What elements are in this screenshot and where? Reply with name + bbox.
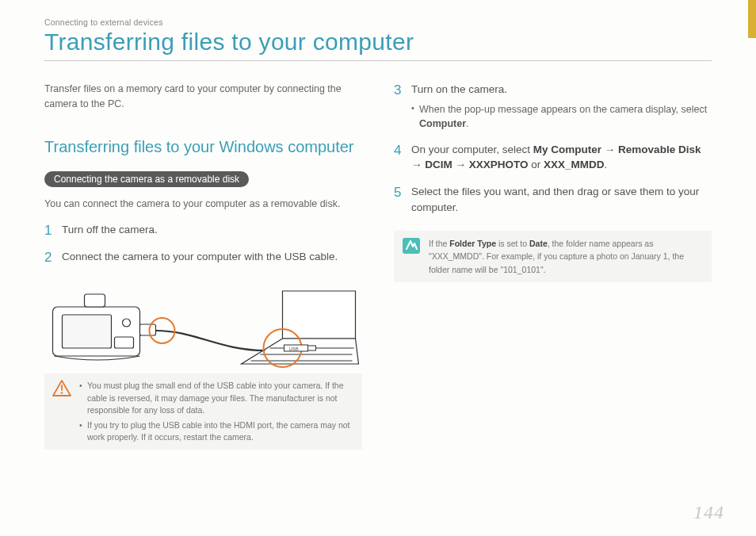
t: or (529, 159, 544, 170)
subsection-pill: Connecting the camera as a removable dis… (44, 171, 249, 187)
step-number: 4 (394, 141, 401, 161)
svg-point-3 (123, 319, 131, 327)
step-number: 1 (44, 221, 52, 241)
section-heading: Transferring files to your Windows compu… (44, 137, 362, 157)
right-column: 3 Turn on the camera. When the pop-up me… (394, 82, 712, 450)
svg-rect-2 (85, 294, 105, 307)
warning-icon (52, 380, 71, 397)
t: → (411, 159, 425, 170)
warning-item: You must plug the small end of the USB c… (79, 380, 354, 416)
t: → (452, 159, 469, 170)
warning-list: You must plug the small end of the USB c… (79, 380, 354, 443)
svg-rect-16 (403, 238, 420, 254)
step-text: Turn on the camera. (411, 83, 507, 95)
content-columns: Transfer files on a memory card to your … (44, 82, 712, 450)
t: . (605, 159, 608, 170)
b: Folder Type (449, 239, 496, 248)
section-tab (748, 0, 756, 38)
page-number: 144 (693, 502, 724, 523)
steps-left: 1 Turn off the camera. 2 Connect the cam… (44, 222, 362, 264)
svg-rect-13 (308, 346, 316, 350)
b: XXXPHOTO (469, 159, 529, 170)
svg-rect-1 (63, 315, 112, 348)
manual-page: Connecting to external devices Transferr… (0, 0, 756, 465)
step-number: 5 (394, 183, 401, 203)
warning-item: If you try to plug the USB cable into th… (79, 419, 354, 443)
steps-right: 3 Turn on the camera. When the pop-up me… (394, 82, 712, 215)
left-column: Transfer files on a memory card to your … (44, 82, 362, 450)
intro-text: Transfer files on a memory card to your … (44, 82, 362, 112)
note-text: If the Folder Type is set to Date, the f… (429, 237, 704, 276)
b: Removable Disk (618, 144, 701, 155)
svg-point-15 (61, 392, 63, 394)
sub-text: . (466, 118, 468, 129)
step-3: 3 Turn on the camera. When the pop-up me… (394, 82, 712, 131)
b: My Computer (533, 144, 601, 155)
step-text: Select the files you want, and then drag… (411, 186, 699, 213)
t: On your computer, select (411, 144, 533, 155)
svg-rect-4 (115, 337, 134, 348)
step-1: 1 Turn off the camera. (44, 222, 362, 238)
lead-text: You can connect the camera to your compu… (44, 197, 362, 212)
title-rule (44, 60, 712, 61)
step-2: 2 Connect the camera to your computer wi… (44, 249, 362, 265)
connection-illustration: USB (44, 275, 362, 370)
step-text: Turn off the camera. (62, 224, 158, 235)
sub-step: When the pop-up message appears on the c… (411, 102, 712, 131)
b: XXX_MMDD (544, 159, 605, 170)
step-number: 3 (394, 81, 401, 101)
b: DCIM (425, 159, 452, 170)
sub-bold: Computer (419, 118, 466, 129)
step-text: Connect the camera to your computer with… (62, 251, 338, 262)
svg-rect-5 (140, 324, 156, 335)
b: Date (529, 239, 548, 248)
step-5: 5 Select the files you want, and then dr… (394, 184, 712, 215)
svg-text:USB: USB (289, 346, 299, 351)
t: If the (429, 239, 449, 248)
step-4: 4 On your computer, select My Computer →… (394, 142, 712, 173)
breadcrumb: Connecting to external devices (44, 17, 712, 27)
warning-callout: You must plug the small end of the USB c… (44, 373, 362, 450)
t: is set to (496, 239, 529, 248)
t: → (601, 144, 618, 155)
step-text: On your computer, select My Computer → R… (411, 144, 701, 171)
note-icon (402, 237, 421, 255)
page-title: Transferring files to your computer (44, 29, 712, 56)
sub-text: When the pop-up message appears on the c… (419, 104, 707, 115)
step-number: 2 (44, 248, 52, 268)
note-callout: If the Folder Type is set to Date, the f… (394, 231, 712, 282)
